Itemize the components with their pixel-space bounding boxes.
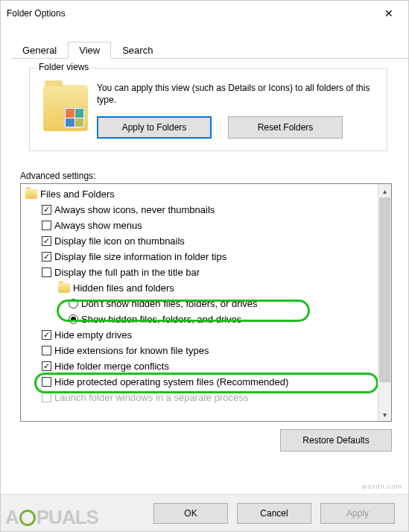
tab-strip: General View Search xyxy=(11,39,408,59)
folder-views-desc: You can apply this view (such as Details… xyxy=(97,82,378,106)
checkbox-icon[interactable]: ✓ xyxy=(42,236,51,246)
folder-views-legend: Folder views xyxy=(36,62,92,72)
opt-always-menus[interactable]: Always show menus xyxy=(54,218,142,233)
opt-hide-merge[interactable]: Hide folder merge conflicts xyxy=(54,358,169,374)
checkbox-icon[interactable]: ✓ xyxy=(42,330,51,340)
title-bar: Folder Options ✕ xyxy=(1,1,408,25)
ok-button[interactable]: OK xyxy=(153,503,228,524)
opt-launch-separate[interactable]: Launch folder windows in a separate proc… xyxy=(54,390,248,405)
checkbox-icon[interactable] xyxy=(42,377,51,387)
apply-button[interactable]: Apply xyxy=(320,503,395,524)
apply-to-folders-button[interactable]: Apply to Folders xyxy=(97,116,212,139)
scroll-down-icon[interactable]: ▾ xyxy=(378,408,391,421)
opt-dont-show-hidden[interactable]: Don't show hidden files, folders, or dri… xyxy=(81,296,258,311)
tab-view[interactable]: View xyxy=(68,42,111,59)
opt-hide-empty[interactable]: Hide empty drives xyxy=(54,327,132,343)
tree-root: Files and Folders xyxy=(40,186,115,202)
advanced-settings-tree: Files and Folders ✓Always show icons, ne… xyxy=(20,183,392,422)
folder-views-group: Folder views You can apply this view (su… xyxy=(29,68,387,151)
opt-always-icons[interactable]: Always show icons, never thumbnails xyxy=(54,202,215,218)
cancel-button[interactable]: Cancel xyxy=(237,503,311,524)
close-icon[interactable]: ✕ xyxy=(374,3,404,24)
vertical-scrollbar[interactable]: ▴ ▾ xyxy=(378,184,391,421)
opt-hide-protected[interactable]: Hide protected operating system files (R… xyxy=(54,374,288,390)
checkbox-icon[interactable] xyxy=(42,267,51,277)
watermark-text: wsxdn.com xyxy=(362,483,402,490)
opt-display-icon-thumbs[interactable]: Display file icon on thumbnails xyxy=(54,233,185,249)
opt-display-full-path[interactable]: Display the full path in the title bar xyxy=(54,265,200,280)
opt-show-hidden[interactable]: Show hidden files, folders, and drives xyxy=(81,311,241,327)
tree-content[interactable]: Files and Folders ✓Always show icons, ne… xyxy=(21,184,378,421)
group-hidden: Hidden files and folders xyxy=(73,280,174,296)
tab-search[interactable]: Search xyxy=(111,42,164,59)
window-title: Folder Options xyxy=(7,8,66,19)
checkbox-icon[interactable] xyxy=(42,393,51,402)
scroll-up-icon[interactable]: ▴ xyxy=(378,184,391,197)
checkbox-icon[interactable] xyxy=(42,221,51,230)
folder-icon xyxy=(25,189,37,199)
opt-hide-ext[interactable]: Hide extensions for known file types xyxy=(54,343,209,358)
restore-defaults-button[interactable]: Restore Defaults xyxy=(280,429,392,452)
dialog-footer: OK Cancel Apply xyxy=(1,494,408,531)
folder-options-dialog: Folder Options ✕ General View Search Fol… xyxy=(0,0,409,532)
radio-icon[interactable] xyxy=(69,299,78,308)
checkbox-icon[interactable]: ✓ xyxy=(42,252,51,262)
checkbox-icon[interactable] xyxy=(42,346,51,355)
folder-icon xyxy=(58,283,70,293)
tab-general[interactable]: General xyxy=(11,42,68,59)
opt-display-size-tips[interactable]: Display file size information in folder … xyxy=(54,249,226,265)
folder-icon xyxy=(43,85,88,131)
scroll-thumb[interactable] xyxy=(379,197,390,382)
advanced-label: Advanced settings: xyxy=(20,171,408,181)
reset-folders-button[interactable]: Reset Folders xyxy=(228,116,343,139)
radio-icon[interactable] xyxy=(69,314,78,324)
checkbox-icon[interactable]: ✓ xyxy=(42,205,51,215)
checkbox-icon[interactable]: ✓ xyxy=(42,361,51,371)
